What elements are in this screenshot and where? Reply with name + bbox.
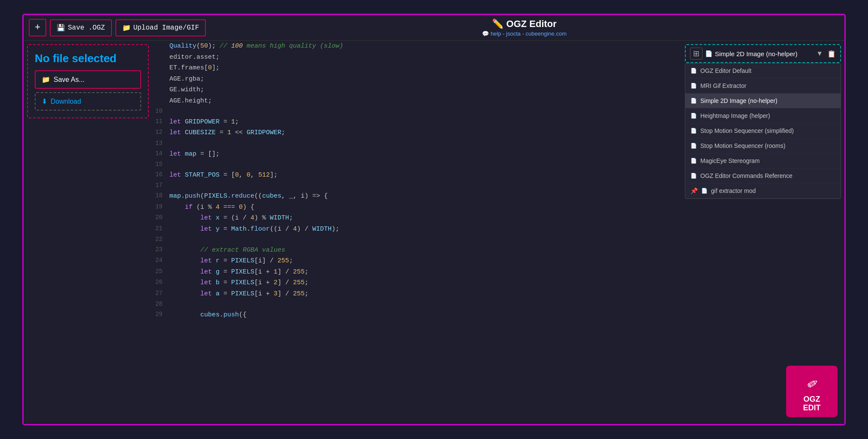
selected-template: 📄 Simple 2D Image (no-helper) — [705, 50, 812, 57]
item-label: MagicEye Stereogram — [700, 157, 760, 164]
code-line: 21 let y = Math.floor((i / 4) / WIDTH); — [148, 224, 844, 235]
dropdown-item[interactable]: 📄OGZ Editor Default — [685, 63, 841, 78]
dropdown-menu: 📄OGZ Editor Default📄MRI Gif Extractor📄Si… — [685, 63, 841, 199]
line-content: let x = (i / 4) % WIDTH; — [169, 213, 841, 224]
item-doc-icon: 📄 — [690, 158, 697, 164]
line-number: 26 — [151, 277, 169, 288]
no-file-box: No file selected 📁 Save As... ⬇ Download — [27, 44, 149, 118]
line-number: 13 — [151, 138, 169, 149]
logo-badge: ✏ OGZEDIT — [786, 366, 838, 417]
code-line: 20 let x = (i / 4) % WIDTH; — [148, 213, 844, 224]
save-as-icon: 📁 — [42, 75, 50, 84]
new-button[interactable]: + — [29, 19, 46, 36]
line-number: 23 — [151, 245, 169, 255]
line-number: 11 — [151, 117, 169, 127]
download-icon: ⬇ — [42, 97, 47, 105]
upload-icon: 📁 — [122, 24, 131, 32]
dropdown-item[interactable]: 📄Simple 2D Image (no-helper) — [685, 93, 841, 108]
no-file-text: No file selected — [35, 52, 141, 65]
dropdown-item[interactable]: 📄Heightmap Image (helper) — [685, 108, 841, 123]
line-content: let g = PIXELS[i + 1] / 255; — [169, 267, 841, 278]
app-window: + 💾 Save .OGZ 📁 Upload Image/GIF ✏️ OGZ … — [22, 14, 846, 425]
line-number: 21 — [151, 224, 169, 234]
dropdown-item[interactable]: 📄OGZ Editor Commands Reference — [685, 168, 841, 183]
save-as-label: Save As... — [54, 76, 84, 84]
dropdown-chevron[interactable]: ▼ — [814, 50, 825, 57]
dropdown-item[interactable]: 📌📄gif extractor mod — [685, 183, 841, 198]
dropdown-item[interactable]: 📄MagicEye Stereogram — [685, 153, 841, 168]
logo-text: OGZEDIT — [803, 395, 820, 412]
line-content: let a = PIXELS[i + 3] / 255; — [169, 289, 841, 300]
item-doc-icon: 📄 — [690, 98, 697, 104]
line-content: let y = Math.floor((i / 4) / WIDTH); — [169, 224, 841, 235]
green-doc-icon: 📄 — [701, 188, 708, 194]
line-number: 28 — [151, 299, 169, 310]
item-label: Heightmap Image (helper) — [700, 112, 770, 119]
code-line: 25 let g = PIXELS[i + 1] / 255; — [148, 267, 844, 278]
line-number: 29 — [151, 310, 169, 320]
line-number: 20 — [151, 213, 169, 223]
line-number: 19 — [151, 202, 169, 212]
line-number: 17 — [151, 180, 169, 191]
line-number: 24 — [151, 256, 169, 266]
copy-button[interactable]: 📋 — [827, 50, 836, 58]
jsocta-link[interactable]: jsocta — [506, 30, 521, 37]
separator2: - — [522, 30, 526, 37]
upload-gif-button[interactable]: 📁 Upload Image/GIF — [115, 19, 206, 36]
item-doc-icon: 📄 — [690, 83, 697, 89]
code-line: 23 // extract RGBA values — [148, 245, 844, 256]
line-number: 14 — [151, 149, 169, 159]
title-icon: ✏️ — [492, 18, 503, 29]
title-area: ✏️ OGZ Editor 💬 help - jsocta - cubeengi… — [209, 18, 839, 37]
code-line: 22 — [148, 235, 844, 245]
line-number: 22 — [151, 235, 169, 245]
save-ogz-button[interactable]: 💾 Save .OGZ — [50, 19, 112, 36]
save-as-button[interactable]: 📁 Save As... — [35, 70, 141, 89]
help-link[interactable]: help — [491, 30, 501, 37]
dropdown-item[interactable]: 📄Stop Motion Sequencer (rooms) — [685, 138, 841, 153]
line-number: 27 — [151, 289, 169, 299]
line-content: cubes.push({ — [169, 310, 841, 321]
item-label: Simple 2D Image (no-helper) — [700, 97, 778, 104]
item-label: Stop Motion Sequencer (simplified) — [700, 127, 794, 134]
pin-icon: 📌 — [690, 187, 698, 194]
item-label: MRI Gif Extractor — [700, 82, 746, 89]
line-number: 25 — [151, 267, 169, 277]
content-area: Quality(50); // 100 means high quality (… — [24, 41, 844, 424]
app-title: ✏️ OGZ Editor — [209, 18, 839, 30]
item-doc-icon: 📄 — [690, 173, 697, 179]
item-doc-icon: 📄 — [690, 68, 697, 74]
item-label: gif extractor mod — [711, 187, 756, 194]
download-button[interactable]: ⬇ Download — [35, 92, 141, 111]
line-number: 16 — [151, 170, 169, 180]
site-link[interactable]: cubeengine.com — [526, 30, 567, 37]
item-doc-icon: 📄 — [690, 113, 697, 119]
upload-label: Upload Image/GIF — [133, 24, 199, 32]
line-content: if (i % 4 === 0) { — [169, 202, 841, 213]
code-line: 24 let r = PIXELS[i] / 255; — [148, 256, 844, 267]
subtitle: 💬 help - jsocta - cubeengine.com — [209, 30, 839, 37]
header: + 💾 Save .OGZ 📁 Upload Image/GIF ✏️ OGZ … — [24, 15, 844, 41]
app-title-text: OGZ Editor — [506, 18, 557, 29]
code-line: 28 — [148, 299, 844, 310]
dropdown-item[interactable]: 📄MRI Gif Extractor — [685, 78, 841, 93]
doc-icon: 📄 — [705, 50, 712, 57]
item-label: OGZ Editor Commands Reference — [700, 172, 793, 179]
item-doc-icon: 📄 — [690, 128, 697, 134]
code-line: 27 let a = PIXELS[i + 3] / 255; — [148, 289, 844, 300]
save-icon: 💾 — [57, 24, 65, 32]
line-number: 15 — [151, 159, 169, 170]
line-number: 12 — [151, 127, 169, 138]
line-content: let b = PIXELS[i + 2] / 255; — [169, 277, 841, 289]
download-label: Download — [51, 98, 81, 105]
dropdown-header: ⊞ 📄 Simple 2D Image (no-helper) ▼ 📋 — [685, 44, 841, 63]
dropdown-item[interactable]: 📄Stop Motion Sequencer (simplified) — [685, 123, 841, 138]
item-label: Stop Motion Sequencer (rooms) — [700, 142, 785, 149]
add-template-button[interactable]: ⊞ — [690, 48, 702, 60]
plus-icon: + — [35, 22, 40, 33]
line-content: let r = PIXELS[i] / 255; — [169, 256, 841, 267]
separator1: - — [503, 30, 506, 37]
line-number: 10 — [151, 106, 169, 117]
selected-template-label: Simple 2D Image (no-helper) — [715, 50, 798, 57]
line-content: // extract RGBA values — [169, 245, 841, 256]
